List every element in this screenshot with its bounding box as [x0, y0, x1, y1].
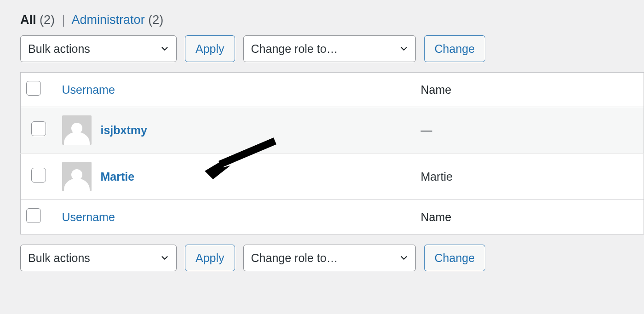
change-button-top[interactable]: Change [424, 35, 486, 62]
filter-admin-count: (2) [148, 13, 163, 27]
bulk-actions-select-top[interactable]: Bulk actions [20, 35, 177, 62]
bulk-actions-label: Bulk actions [28, 42, 90, 56]
bulk-actions-label: Bulk actions [28, 251, 90, 265]
change-label: Change [435, 251, 475, 265]
tablenav-bottom: Bulk actions Apply Change role to… Chang… [20, 245, 644, 271]
filter-all-label: All [20, 13, 36, 27]
select-all-top-checkbox[interactable] [26, 81, 41, 96]
chevron-down-icon [160, 44, 170, 54]
table-row: Martie Martie [21, 154, 644, 200]
table-row: isjbxtmy — [21, 107, 644, 154]
svg-marker-0 [205, 157, 230, 179]
row-checkbox[interactable] [31, 121, 46, 136]
tablenav-top: Bulk actions Apply Change role to… Chang… [20, 35, 644, 62]
name-cell: — [415, 107, 644, 154]
select-all-bottom-checkbox[interactable] [26, 208, 41, 223]
username-link[interactable]: Martie [101, 170, 135, 183]
column-username-footer[interactable]: Username [62, 211, 115, 223]
filter-separator: | [58, 13, 69, 27]
avatar [62, 162, 92, 191]
avatar [62, 115, 92, 145]
apply-button-top[interactable]: Apply [185, 35, 235, 62]
filter-admin-label: Administrator [72, 13, 145, 27]
name-cell: Martie [415, 154, 644, 200]
row-checkbox[interactable] [31, 168, 46, 183]
change-role-select-bottom[interactable]: Change role to… [243, 245, 416, 271]
column-name-footer: Name [415, 200, 644, 234]
chevron-down-icon [160, 253, 170, 263]
chevron-down-icon [399, 253, 409, 263]
change-button-bottom[interactable]: Change [424, 245, 486, 271]
apply-label: Apply [196, 251, 224, 265]
apply-label: Apply [196, 42, 224, 56]
column-name-header: Name [415, 73, 644, 107]
users-table: Username Name isjbxtmy — [20, 72, 644, 234]
filter-administrator[interactable]: Administrator (2) [72, 13, 164, 27]
bulk-actions-select-bottom[interactable]: Bulk actions [20, 245, 177, 271]
change-label: Change [435, 42, 475, 56]
username-link[interactable]: isjbxtmy [101, 124, 147, 137]
column-username-header[interactable]: Username [62, 83, 115, 96]
apply-button-bottom[interactable]: Apply [185, 245, 235, 271]
user-filter-links: All (2) | Administrator (2) [20, 13, 644, 27]
filter-all[interactable]: All (2) [20, 13, 58, 27]
change-role-label: Change role to… [251, 251, 338, 265]
chevron-down-icon [399, 44, 409, 54]
change-role-label: Change role to… [251, 42, 338, 56]
filter-all-count: (2) [40, 13, 55, 27]
change-role-select-top[interactable]: Change role to… [243, 35, 416, 62]
